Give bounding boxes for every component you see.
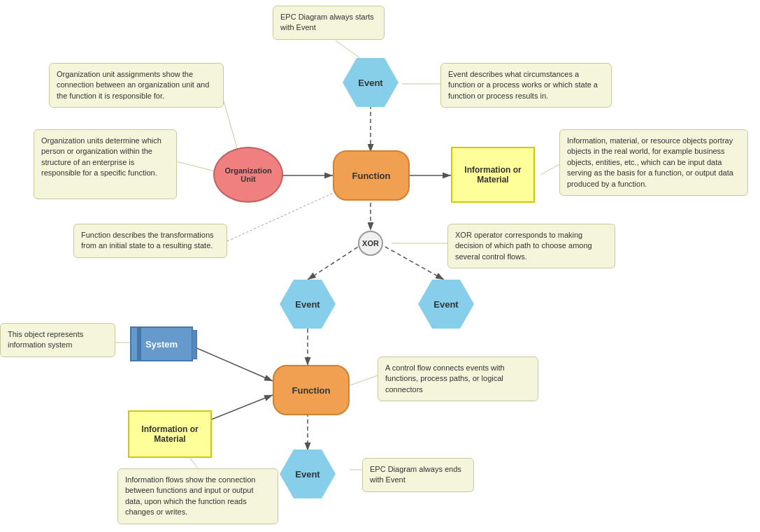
xor-operator: XOR: [358, 231, 383, 256]
callout-system-desc: This object represents information syste…: [0, 323, 115, 357]
diagram-container: EPC Diagram always starts with Event Org…: [0, 0, 760, 532]
callout-info-flow-desc: Information flows show the connection be…: [117, 468, 278, 524]
callout-epc-end: EPC Diagram always ends with Event: [362, 458, 474, 492]
system-box: System: [130, 326, 193, 361]
function-2: Function: [273, 365, 350, 415]
svg-line-6: [308, 243, 364, 280]
callout-control-flow-desc: A control flow connects events with func…: [378, 357, 538, 401]
event-3: Event: [418, 280, 474, 329]
callout-function-desc: Function describes the transformations f…: [73, 224, 227, 258]
svg-line-17: [540, 164, 559, 175]
callout-epc-start: EPC Diagram always starts with Event: [273, 6, 385, 40]
callout-org-assignment: Organization unit assignments show the c…: [49, 63, 224, 108]
svg-line-16: [173, 161, 215, 171]
event-4: Event: [280, 450, 336, 498]
event-1: Event: [343, 58, 399, 107]
info-material-1: Information or Material: [451, 147, 535, 203]
function-1: Function: [333, 150, 410, 201]
org-unit: Organization Unit: [213, 147, 283, 203]
svg-line-14: [224, 101, 238, 150]
event-2: Event: [280, 280, 336, 329]
callout-org-unit-desc: Organization units determine which perso…: [34, 129, 177, 199]
svg-line-10: [189, 345, 273, 381]
callout-xor-desc: XOR operator corresponds to making decis…: [447, 224, 615, 268]
info-material-2: Information or Material: [128, 410, 212, 458]
svg-line-7: [379, 243, 444, 280]
svg-line-13: [336, 41, 360, 58]
callout-event-desc: Event describes what circumstances a fun…: [440, 63, 612, 108]
callout-info-mat-desc: Information, material, or resource objec…: [559, 129, 748, 196]
